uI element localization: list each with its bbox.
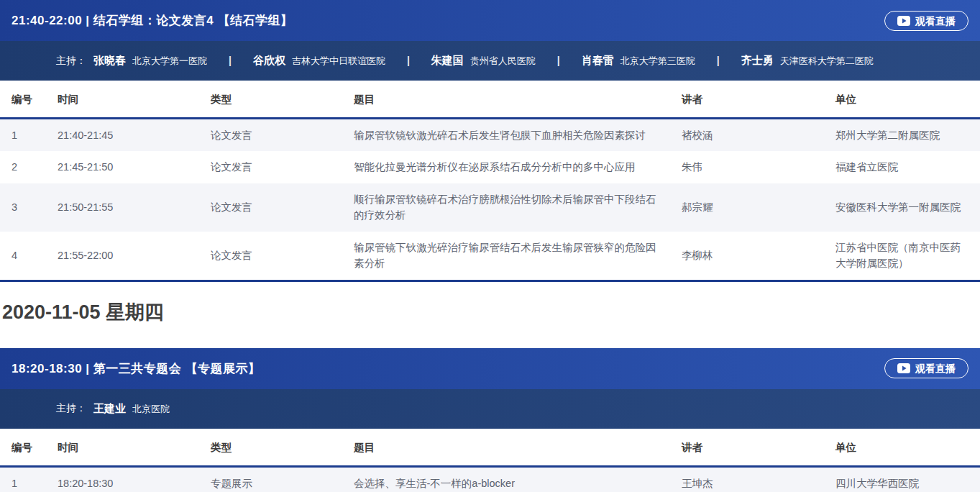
chair-affiliation: 吉林大学中日联谊医院 xyxy=(292,55,385,68)
chair-separator: | xyxy=(717,55,720,66)
schedule-table: 编号时间类型题目讲者单位 118:20-18:30专题展示会选择、享生活-不一样… xyxy=(0,429,980,492)
column-header-time: 时间 xyxy=(58,429,211,467)
cell-type: 论文发言 xyxy=(211,119,354,152)
cell-type: 论文发言 xyxy=(211,151,354,183)
cell-type: 专题展示 xyxy=(211,466,354,492)
chair-separator: | xyxy=(557,55,560,66)
chair-item: 齐士勇天津医科大学第二医院 xyxy=(741,54,874,68)
cell-speaker: 褚校涵 xyxy=(682,119,835,152)
column-header-title: 题目 xyxy=(354,429,682,467)
cell-org: 江苏省中医院（南京中医药大学附属医院） xyxy=(835,232,980,281)
cell-org: 郑州大学第二附属医院 xyxy=(835,119,980,152)
chair-name: 齐士勇 xyxy=(741,54,774,68)
table-row: 421:55-22:00论文发言输尿管镜下钬激光碎治疗输尿管结石术后发生输尿管狭… xyxy=(0,232,980,281)
cell-no: 2 xyxy=(0,151,58,183)
cell-time: 21:45-21:50 xyxy=(58,151,211,183)
chair-list: 王建业北京医院 xyxy=(93,402,170,416)
chair-item: 肖春雷北京大学第三医院 xyxy=(582,54,695,68)
cell-no: 1 xyxy=(0,466,58,492)
chair-label: 主持： xyxy=(56,402,86,415)
table-row: 121:40-21:45论文发言输尿管软镜钬激光碎石术后发生肾包膜下血肿相关危险… xyxy=(0,119,980,152)
watch-live-label: 观看直播 xyxy=(915,16,956,26)
session-title: 21:40-22:00 | 结石学组：论文发言4 【结石学组】 xyxy=(12,12,293,29)
cell-no: 4 xyxy=(0,232,58,281)
cell-time: 21:55-22:00 xyxy=(58,232,211,281)
chair-name: 朱建国 xyxy=(431,54,464,68)
cell-title: 输尿管软镜钬激光碎石术后发生肾包膜下血肿相关危险因素探讨 xyxy=(354,119,682,152)
table-row: 118:20-18:30专题展示会选择、享生活-不一样的a-blocker王坤杰… xyxy=(0,466,980,492)
column-header-no: 编号 xyxy=(0,81,58,119)
cell-time: 21:40-21:45 xyxy=(58,119,211,152)
cell-speaker: 李柳林 xyxy=(682,232,835,281)
table-header-row: 编号时间类型题目讲者单位 xyxy=(0,81,980,119)
chair-separator: | xyxy=(229,55,232,66)
chair-label: 主持： xyxy=(56,55,86,68)
cell-speaker: 王坤杰 xyxy=(682,466,835,492)
watch-live-button[interactable]: 观看直播 xyxy=(884,358,968,378)
column-header-no: 编号 xyxy=(0,429,58,467)
cell-title: 智能化拉曼光谱分析仪在泌尿系结石成分分析中的多中心应用 xyxy=(354,151,682,183)
column-header-speaker: 讲者 xyxy=(682,429,835,467)
session-block: 21:40-22:00 | 结石学组：论文发言4 【结石学组】 观看直播 主持：… xyxy=(0,0,980,282)
cell-type: 论文发言 xyxy=(211,232,354,281)
chair-bar: 主持： 张晓春北京大学第一医院|谷欣权吉林大学中日联谊医院|朱建国贵州省人民医院… xyxy=(0,41,980,81)
cell-title: 会选择、享生活-不一样的a-blocker xyxy=(354,466,682,492)
table-row: 321:50-21:55论文发言顺行输尿管软镜碎石术治疗膀胱根治性切除术后输尿管… xyxy=(0,183,980,232)
chair-list: 张晓春北京大学第一医院|谷欣权吉林大学中日联谊医院|朱建国贵州省人民医院|肖春雷… xyxy=(93,54,874,68)
column-header-title: 题目 xyxy=(354,81,682,119)
chair-item: 张晓春北京大学第一医院 xyxy=(93,54,207,68)
column-header-org: 单位 xyxy=(835,81,980,119)
video-play-icon xyxy=(897,16,910,26)
cell-org: 四川大学华西医院 xyxy=(835,466,980,492)
chair-bar: 主持： 王建业北京医院 xyxy=(0,389,980,429)
session-header-bar: 18:20-18:30 | 第一三共专题会 【专题展示】 观看直播 xyxy=(0,348,980,389)
session-title: 18:20-18:30 | 第一三共专题会 【专题展示】 xyxy=(12,360,261,377)
chair-name: 肖春雷 xyxy=(582,54,614,68)
chair-name: 谷欣权 xyxy=(253,54,285,68)
session-block: 18:20-18:30 | 第一三共专题会 【专题展示】 观看直播 主持： 王建… xyxy=(0,348,980,492)
cell-org: 福建省立医院 xyxy=(835,151,980,183)
cell-time: 21:50-21:55 xyxy=(58,183,211,232)
date-heading: 2020-11-05 星期四 xyxy=(2,301,980,325)
chair-affiliation: 北京大学第一医院 xyxy=(132,55,207,68)
chair-affiliation: 北京大学第三医院 xyxy=(620,55,695,68)
watch-live-label: 观看直播 xyxy=(915,363,956,373)
session-header-bar: 21:40-22:00 | 结石学组：论文发言4 【结石学组】 观看直播 xyxy=(0,0,980,41)
column-header-speaker: 讲者 xyxy=(682,81,835,119)
chair-separator: | xyxy=(407,55,410,66)
chair-affiliation: 北京医院 xyxy=(132,403,170,416)
chair-item: 朱建国贵州省人民医院 xyxy=(431,54,536,68)
table-row: 221:45-21:50论文发言智能化拉曼光谱分析仪在泌尿系结石成分分析中的多中… xyxy=(0,151,980,183)
cell-title: 输尿管镜下钬激光碎治疗输尿管结石术后发生输尿管狭窄的危险因素分析 xyxy=(354,232,682,281)
cell-title: 顺行输尿管软镜碎石术治疗膀胱根治性切除术后输尿管中下段结石的疗效分析 xyxy=(354,183,682,232)
cell-org: 安徽医科大学第一附属医院 xyxy=(835,183,980,232)
video-play-icon xyxy=(897,363,910,373)
chair-name: 王建业 xyxy=(93,402,126,416)
chair-affiliation: 天津医科大学第二医院 xyxy=(780,55,874,68)
chair-affiliation: 贵州省人民医院 xyxy=(470,55,536,68)
table-header-row: 编号时间类型题目讲者单位 xyxy=(0,429,980,467)
column-header-type: 类型 xyxy=(211,429,354,467)
cell-no: 1 xyxy=(0,119,58,152)
cell-type: 论文发言 xyxy=(211,183,354,232)
column-header-type: 类型 xyxy=(211,81,354,119)
column-header-time: 时间 xyxy=(58,81,211,119)
chair-item: 谷欣权吉林大学中日联谊医院 xyxy=(253,54,385,68)
column-header-org: 单位 xyxy=(835,429,980,467)
chair-item: 王建业北京医院 xyxy=(93,402,170,416)
cell-no: 3 xyxy=(0,183,58,232)
schedule-table: 编号时间类型题目讲者单位 121:40-21:45论文发言输尿管软镜钬激光碎石术… xyxy=(0,81,980,282)
chair-name: 张晓春 xyxy=(93,54,126,68)
cell-time: 18:20-18:30 xyxy=(58,466,211,492)
watch-live-button[interactable]: 观看直播 xyxy=(884,11,968,31)
cell-speaker: 郝宗耀 xyxy=(682,183,835,232)
cell-speaker: 朱伟 xyxy=(682,151,835,183)
